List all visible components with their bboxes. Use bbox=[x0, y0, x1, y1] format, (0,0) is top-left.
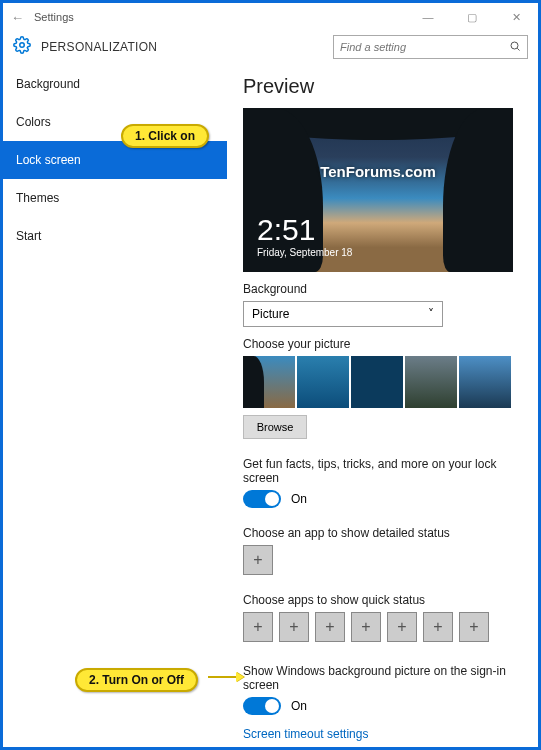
preview-heading: Preview bbox=[243, 75, 526, 98]
callout-1: 1. Click on bbox=[121, 124, 209, 148]
plus-icon: + bbox=[253, 551, 262, 569]
add-quick-app-button[interactable]: + bbox=[351, 612, 381, 642]
fun-facts-toggle[interactable] bbox=[243, 490, 281, 508]
thumbnail[interactable] bbox=[297, 356, 349, 408]
sidebar-item-label: Background bbox=[16, 77, 80, 91]
search-icon bbox=[509, 38, 521, 56]
picture-thumbnails bbox=[243, 356, 526, 408]
app-title: Settings bbox=[34, 11, 74, 23]
add-quick-app-button[interactable]: + bbox=[243, 612, 273, 642]
sidebar-item-label: Lock screen bbox=[16, 153, 81, 167]
background-label: Background bbox=[243, 282, 526, 296]
fun-facts-label: Get fun facts, tips, tricks, and more on… bbox=[243, 457, 526, 485]
add-quick-app-button[interactable]: + bbox=[387, 612, 417, 642]
plus-icon: + bbox=[289, 618, 298, 636]
signin-bg-toggle[interactable] bbox=[243, 697, 281, 715]
add-quick-app-button[interactable]: + bbox=[279, 612, 309, 642]
maximize-button[interactable]: ▢ bbox=[450, 3, 494, 31]
watermark-text: TenForums.com bbox=[243, 163, 513, 180]
sidebar-item-start[interactable]: Start bbox=[3, 217, 227, 255]
svg-line-2 bbox=[517, 48, 519, 50]
plus-icon: + bbox=[397, 618, 406, 636]
signin-bg-state: On bbox=[291, 699, 307, 713]
close-button[interactable]: ✕ bbox=[494, 3, 538, 31]
content-pane: Preview TenForums.com 2:51 Friday, Septe… bbox=[227, 65, 538, 747]
timeout-link[interactable]: Screen timeout settings bbox=[243, 727, 526, 741]
svg-point-0 bbox=[20, 43, 25, 48]
add-quick-app-button[interactable]: + bbox=[315, 612, 345, 642]
lockscreen-preview: TenForums.com 2:51 Friday, September 18 bbox=[243, 108, 513, 272]
thumbnail[interactable] bbox=[243, 356, 295, 408]
sidebar-item-background[interactable]: Background bbox=[3, 65, 227, 103]
background-dropdown[interactable]: Picture ˅ bbox=[243, 301, 443, 327]
search-input[interactable] bbox=[340, 41, 509, 53]
clock-time: 2:51 bbox=[257, 213, 352, 247]
gear-icon bbox=[13, 36, 31, 58]
choose-picture-label: Choose your picture bbox=[243, 337, 526, 351]
callout-2-arrow bbox=[208, 676, 242, 678]
title-bar: ← Settings — ▢ ✕ bbox=[3, 3, 538, 31]
add-quick-app-button[interactable]: + bbox=[459, 612, 489, 642]
plus-icon: + bbox=[361, 618, 370, 636]
plus-icon: + bbox=[469, 618, 478, 636]
quick-status-label: Choose apps to show quick status bbox=[243, 593, 526, 607]
plus-icon: + bbox=[433, 618, 442, 636]
thumbnail[interactable] bbox=[351, 356, 403, 408]
sidebar: Background Colors Lock screen Themes Sta… bbox=[3, 65, 227, 747]
header: PERSONALIZATION bbox=[3, 31, 538, 65]
browse-label: Browse bbox=[257, 421, 294, 433]
signin-bg-label: Show Windows background picture on the s… bbox=[243, 664, 526, 692]
add-detailed-app-button[interactable]: + bbox=[243, 545, 273, 575]
plus-icon: + bbox=[325, 618, 334, 636]
search-box[interactable] bbox=[333, 35, 528, 59]
detailed-status-label: Choose an app to show detailed status bbox=[243, 526, 526, 540]
back-button[interactable]: ← bbox=[11, 10, 24, 25]
sidebar-item-label: Themes bbox=[16, 191, 59, 205]
header-title: PERSONALIZATION bbox=[41, 40, 157, 54]
dropdown-value: Picture bbox=[252, 307, 289, 321]
preview-clock: 2:51 Friday, September 18 bbox=[257, 213, 352, 258]
plus-icon: + bbox=[253, 618, 262, 636]
callout-2: 2. Turn On or Off bbox=[75, 668, 198, 692]
browse-button[interactable]: Browse bbox=[243, 415, 307, 439]
svg-point-1 bbox=[511, 42, 518, 49]
thumbnail[interactable] bbox=[459, 356, 511, 408]
thumbnail[interactable] bbox=[405, 356, 457, 408]
fun-facts-state: On bbox=[291, 492, 307, 506]
add-quick-app-button[interactable]: + bbox=[423, 612, 453, 642]
minimize-button[interactable]: — bbox=[406, 3, 450, 31]
clock-date: Friday, September 18 bbox=[257, 247, 352, 258]
sidebar-item-themes[interactable]: Themes bbox=[3, 179, 227, 217]
sidebar-item-label: Colors bbox=[16, 115, 51, 129]
chevron-down-icon: ˅ bbox=[428, 307, 434, 321]
sidebar-item-label: Start bbox=[16, 229, 41, 243]
